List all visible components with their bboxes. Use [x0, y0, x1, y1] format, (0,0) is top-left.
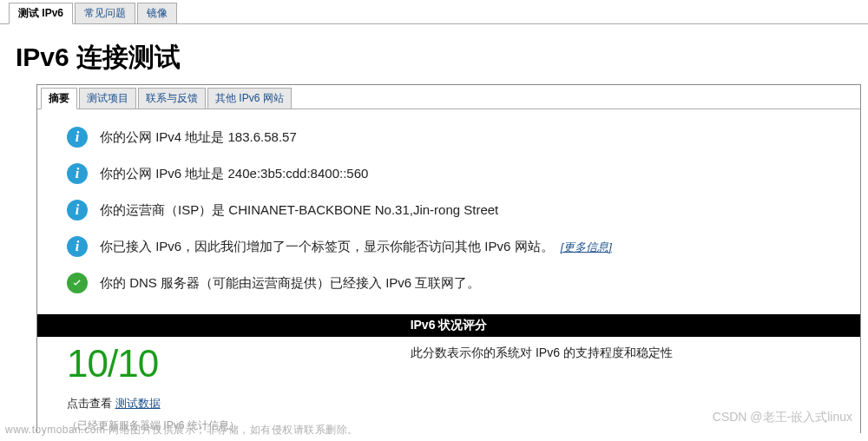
tab-test-ipv6[interactable]: 测试 IPv6: [9, 3, 73, 24]
score-header: IPv6 状况评分: [37, 314, 860, 337]
more-info-link[interactable]: [更多信息]: [561, 240, 612, 253]
test-data-link[interactable]: 测试数据: [115, 397, 161, 410]
top-tabs: 测试 IPv6 常见问题 镜像: [0, 0, 868, 24]
click-view-area: 点击查看 测试数据: [37, 387, 860, 411]
subtab-summary[interactable]: 摘要: [41, 88, 77, 109]
subtab-tests[interactable]: 测试项目: [79, 88, 136, 109]
score-description: 此分数表示你的系统对 IPv6 的支持程度和稳定性: [232, 342, 852, 385]
summary-row: i 你的公网 IPv6 地址是 240e:3b5:cdd:8400::560: [67, 158, 852, 189]
info-icon: i: [67, 236, 88, 257]
summary-text: 你已接入 IPv6，因此我们增加了一个标签页，显示你能否访问其他 IPv6 网站…: [100, 239, 612, 255]
summary-row: i 你的公网 IPv4 地址是 183.6.58.57: [67, 122, 852, 153]
summary-row: 你的 DNS 服务器（可能由运营商提供）已经接入 IPv6 互联网了。: [67, 267, 852, 299]
summary-text: 你的运营商（ISP）是 CHINANET-BACKBONE No.31,Jin-…: [100, 202, 498, 219]
subtab-contact[interactable]: 联系与反馈: [138, 88, 206, 109]
summary-row: i 你的运营商（ISP）是 CHINANET-BACKBONE No.31,Ji…: [67, 194, 852, 226]
click-view-prefix: 点击查看: [67, 397, 115, 410]
tab-mirror[interactable]: 镜像: [137, 3, 177, 24]
watermark-right: CSDN @老王-嵌入式linux: [713, 410, 852, 425]
score-value: 10/10: [67, 342, 197, 385]
check-icon: [67, 273, 88, 293]
tab-faq[interactable]: 常见问题: [75, 3, 135, 24]
sub-tabs: 摘要 测试项目 联系与反馈 其他 IPv6 网站: [37, 85, 860, 109]
summary-row: i 你已接入 IPv6，因此我们增加了一个标签页，显示你能否访问其他 IPv6 …: [67, 231, 852, 262]
summary-text: 你的 DNS 服务器（可能由运营商提供）已经接入 IPv6 互联网了。: [100, 275, 480, 292]
info-icon: i: [67, 127, 88, 148]
info-icon: i: [67, 200, 88, 220]
watermark-left: www.toymoban.com 网络图片仅供展示，非存储，如有侵权请联系删除。: [5, 423, 358, 438]
summary-list: i 你的公网 IPv4 地址是 183.6.58.57 i 你的公网 IPv6 …: [37, 109, 860, 309]
summary-text: 你的公网 IPv4 地址是 183.6.58.57: [100, 129, 297, 146]
page-title: IPv6 连接测试: [16, 40, 868, 76]
subtab-other-sites[interactable]: 其他 IPv6 网站: [207, 88, 292, 109]
content-box: 摘要 测试项目 联系与反馈 其他 IPv6 网站 i 你的公网 IPv4 地址是…: [36, 84, 861, 433]
info-icon: i: [67, 163, 88, 184]
score-area: 10/10 此分数表示你的系统对 IPv6 的支持程度和稳定性: [37, 337, 860, 387]
summary-text: 你的公网 IPv6 地址是 240e:3b5:cdd:8400::560: [100, 166, 368, 182]
